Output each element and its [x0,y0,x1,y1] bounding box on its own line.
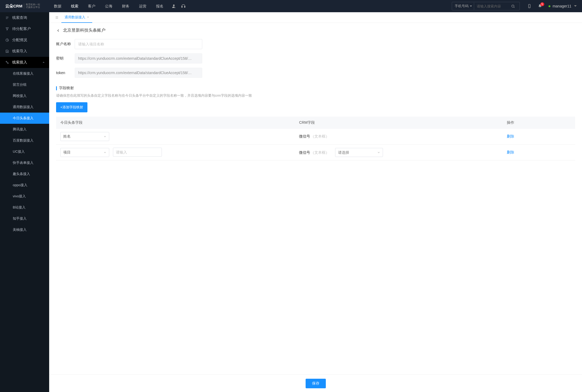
footer-bar: 保存 [49,374,582,392]
app-header: 云朵CRM 教育机构一站 式服务云平台 数据 线索 客户 公海 财务 运营 报名… [0,0,582,12]
user-status-dot-icon [549,5,550,7]
form-row-account: 账户名称 [56,39,575,49]
tabs-bar: 通用数据接入 ✕ [49,12,582,23]
header-right-icons: 5 [527,4,542,8]
sidebar-sub-uc[interactable]: UC接入 [0,146,49,157]
mapping-row: 微信号（文本框） 删除 [56,129,575,144]
import-icon [5,49,10,53]
collapse-sidebar-button[interactable] [52,16,61,19]
top-nav-ops[interactable]: 运营 [134,0,151,12]
search-button[interactable] [511,4,520,8]
col-toutiao-field: 今日头条字段 [56,117,295,129]
filter-icon [5,27,10,31]
phone-icon[interactable] [527,4,532,8]
sidebar-sub-oppo[interactable]: oppo接入 [0,180,49,191]
search-type-select[interactable]: 手机号码 [452,2,474,10]
page-title-row: 北京昱新科技头条账户 [56,28,575,33]
delete-row-link[interactable]: 删除 [507,134,514,138]
notification-bell[interactable]: 5 [538,4,542,8]
logo-area: 云朵CRM 教育机构一站 式服务云平台 [5,3,49,9]
field-mapping-title: 字段映射 [56,86,575,91]
svg-rect-2 [174,7,176,7]
form-row-token: token [56,68,575,78]
col-crm-field: CRM字段 [295,117,502,129]
sidebar-item-allocation[interactable]: 分配情况 [0,35,49,46]
integration-icon [5,61,10,64]
toutiao-field-select[interactable] [60,132,109,141]
field-mapping-hint: 请确保您在此填写的头条自定义字段名称与在今日头条平台中自定义的字段名称一致，并且… [56,93,575,98]
sidebar-item-pending-customers[interactable]: 待分配客户 [0,23,49,35]
mapping-row: 微信号（文本框） 删除 [56,144,575,160]
svg-rect-4 [184,6,185,7]
section-bar-icon [56,86,57,90]
notification-badge: 5 [540,2,545,6]
sidebar-sub-kuaishou[interactable]: 快手表单接入 [0,157,49,168]
account-name-input[interactable] [75,39,202,49]
sidebar: 线索查询 待分配客户 分配情况 线索导入 线索接入 在线客服接入 留言分组 网校… [0,12,49,392]
main-area: 通用数据接入 ✕ 北京昱新科技头条账户 账户名称 密钥 token [49,12,582,392]
top-nav-data[interactable]: 数据 [49,0,66,12]
field-mapping-table: 今日头条字段 CRM字段 操作 [56,117,575,160]
list-icon [5,16,10,20]
crm-field-type: （文本框） [311,150,329,155]
sidebar-sub-general-data[interactable]: 通用数据接入 [0,101,49,113]
svg-rect-6 [529,4,530,8]
top-nav-sea[interactable]: 公海 [100,0,117,12]
col-operation: 操作 [503,117,575,129]
username-label: manager11 [553,4,571,8]
tab-general-data[interactable]: 通用数据接入 ✕ [61,12,92,23]
top-nav-clues[interactable]: 线索 [66,0,83,12]
top-nav-signup[interactable]: 报名 [151,0,168,12]
sidebar-sub-qutoutiao[interactable]: 趣头条接入 [0,168,49,180]
sidebar-sub-toutiao[interactable]: 今日头条接入 [0,113,49,124]
sidebar-sub-message-group[interactable]: 留言分组 [0,79,49,90]
token-label: token [56,71,75,75]
sidebar-sub-baidu[interactable]: 百度数据接入 [0,135,49,146]
crm-field-name: 微信号 [299,150,310,155]
tab-close-icon[interactable]: ✕ [87,16,89,19]
token-input[interactable] [75,68,202,78]
svg-rect-3 [182,6,182,7]
sidebar-sub-vivo[interactable]: vivo接入 [0,191,49,202]
top-nav: 数据 线索 客户 公海 财务 运营 报名 [49,0,168,12]
user-menu[interactable]: manager11 [549,4,577,8]
logo-brand: 云朵CRM [5,4,22,8]
sidebar-sub-meiyou[interactable]: 美柚接入 [0,224,49,235]
chevron-up-icon [42,61,45,64]
sidebar-item-clue-query[interactable]: 线索查询 [0,12,49,23]
sidebar-sub-tencent[interactable]: 腾讯接入 [0,124,49,135]
top-nav-finance[interactable]: 财务 [117,0,134,12]
sidebar-submenu: 在线客服接入 留言分组 网校接入 通用数据接入 今日头条接入 腾讯接入 百度数据… [0,68,49,235]
toutiao-field-extra-input[interactable] [113,148,162,157]
sidebar-sub-bilibili[interactable]: B站接入 [0,202,49,213]
back-icon[interactable] [56,28,60,33]
save-button[interactable]: 保存 [306,379,326,388]
secret-input[interactable] [75,53,202,63]
crm-field-select[interactable] [335,148,383,157]
form-row-secret: 密钥 [56,53,575,63]
add-field-mapping-button[interactable]: +添加字段映射 [56,102,87,112]
logo-subtitle: 教育机构一站 式服务云平台 [24,3,40,9]
crm-field-type: （文本框） [311,134,329,138]
top-nav-customers[interactable]: 客户 [83,0,100,12]
user-add-icon[interactable] [171,4,176,8]
headset-icon[interactable] [181,4,186,8]
sidebar-item-clue-integration[interactable]: 线索接入 [0,57,49,68]
top-extra-icons [171,4,186,8]
svg-point-5 [512,5,514,7]
crm-field-name: 微信号 [299,134,310,138]
sidebar-sub-zhihu[interactable]: 知乎接入 [0,213,49,224]
delete-row-link[interactable]: 删除 [507,150,514,154]
page-title: 北京昱新科技头条账户 [63,28,106,33]
account-label: 账户名称 [56,42,75,46]
sidebar-sub-school[interactable]: 网校接入 [0,90,49,101]
sidebar-item-clue-import[interactable]: 线索导入 [0,46,49,57]
chevron-down-icon [574,5,577,7]
toutiao-field-select[interactable] [60,148,109,157]
search-input[interactable] [474,3,511,10]
sidebar-sub-online-service[interactable]: 在线客服接入 [0,68,49,79]
logo-text: 云朵CRM [5,4,22,9]
search-group: 手机号码 [452,2,520,10]
secret-label: 密钥 [56,56,75,61]
pie-icon [5,38,10,42]
